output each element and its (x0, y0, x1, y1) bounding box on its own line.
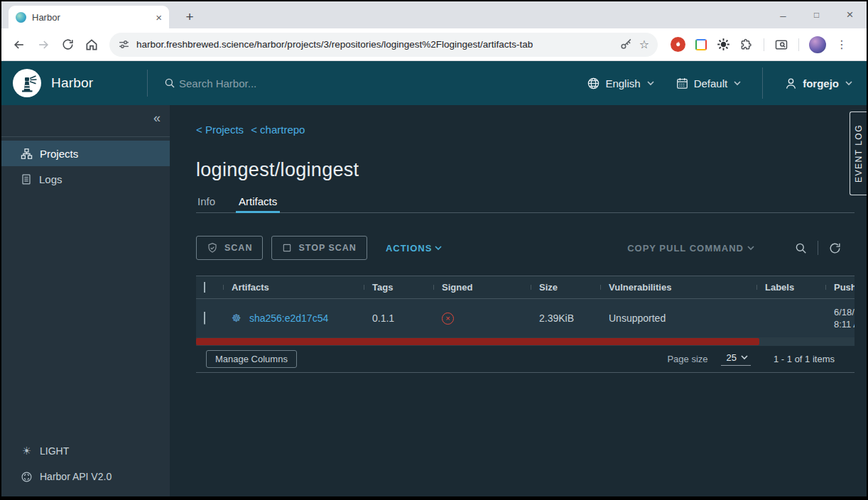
filter-search-icon[interactable] (794, 241, 808, 255)
artifact-tag: 0.1.1 (364, 312, 433, 324)
breadcrumb-projects[interactable]: < Projects (196, 124, 244, 136)
artifact-actionbar: SCAN STOP SCAN ACTIONS COPY PULL COMMAND (196, 236, 855, 260)
bookmark-star-icon[interactable]: ☆ (639, 38, 649, 51)
tab-title: Harbor (32, 12, 150, 23)
sidebar-collapse-icon[interactable]: « (153, 111, 161, 126)
scan-button[interactable]: SCAN (196, 236, 263, 260)
copy-pull-command-dropdown[interactable]: COPY PULL COMMAND (627, 243, 754, 254)
calendar-icon (676, 77, 689, 90)
url-text[interactable]: harbor.freshbrewed.science/harbor/projec… (136, 39, 613, 50)
chevron-down-icon (647, 81, 654, 86)
event-log-tab[interactable]: EVENT LOG (850, 112, 867, 195)
forward-icon[interactable] (31, 33, 55, 57)
search-input[interactable] (179, 77, 392, 89)
manage-columns-button[interactable]: Manage Columns (206, 350, 297, 368)
window-controls: – □ × (766, 1, 867, 28)
col-size: Size (531, 282, 600, 293)
api-swagger-icon (21, 471, 33, 483)
maximize-button[interactable]: □ (800, 10, 833, 20)
refresh-icon[interactable] (828, 241, 842, 255)
brand-title: Harbor (51, 75, 93, 91)
table-row: ☸ sha256:e2d17c54 0.1.1 × 2.39KiB Unsupp… (196, 299, 855, 337)
search-icon (163, 77, 176, 89)
actionbar-divider (818, 241, 818, 255)
back-icon[interactable] (7, 33, 31, 57)
toolbar-extensions: ⋮ (671, 36, 847, 53)
minimize-button[interactable]: – (766, 9, 800, 21)
home-icon[interactable] (80, 33, 104, 57)
profile-avatar[interactable] (809, 36, 826, 53)
artifact-vulnerabilities: Unsupported (600, 312, 756, 324)
sidebar-item-logs[interactable]: Logs (1, 166, 170, 192)
settings-gear-extension-icon[interactable] (717, 38, 730, 51)
language-menu[interactable]: English (587, 77, 653, 90)
stop-square-icon (282, 243, 292, 253)
stop-scan-button[interactable]: STOP SCAN (271, 236, 367, 260)
harbor-api-link[interactable]: Harbor API V2.0 (1, 464, 170, 489)
sun-icon: ☀ (21, 445, 33, 457)
sidebar-divider (1, 136, 170, 137)
extensions-puzzle-icon[interactable] (740, 38, 754, 51)
artifact-size: 2.39KiB (531, 312, 600, 324)
col-artifacts: Artifacts (223, 282, 364, 293)
main-content: EVENT LOG < Projects < chartrepo loginge… (170, 105, 867, 496)
chevron-down-icon (845, 81, 852, 86)
close-button[interactable]: × (833, 8, 867, 22)
tab-close-icon[interactable]: × (156, 11, 162, 23)
helm-chart-icon: ☸ (232, 312, 241, 324)
page-size-label: Page size (667, 354, 707, 364)
site-settings-icon[interactable] (118, 38, 130, 50)
artifacts-table: Artifacts Tags Signed Size Vulnerabiliti… (196, 276, 855, 373)
col-vulnerabilities: Vulnerabilities (600, 282, 756, 293)
user-icon (784, 77, 798, 90)
user-menu[interactable]: forgejo (784, 77, 852, 90)
harbor-favicon-icon (16, 12, 26, 23)
tab-artifacts[interactable]: Artifacts (237, 195, 278, 212)
logs-icon (21, 173, 32, 185)
browser-window: Harbor × + – □ × harbor.freshbrewed.scie… (1, 1, 867, 496)
search-tabs-icon[interactable] (774, 38, 788, 52)
items-count: 1 - 1 of 1 items (774, 354, 835, 364)
browser-tab[interactable]: Harbor × (9, 6, 169, 28)
reload-icon[interactable] (55, 33, 80, 57)
select-all-checkbox[interactable] (204, 282, 205, 293)
page-size-select[interactable]: 25 (721, 352, 751, 366)
table-header-row: Artifacts Tags Signed Size Vulnerabiliti… (196, 276, 855, 299)
password-key-icon[interactable] (619, 38, 633, 51)
chevron-down-icon (734, 81, 741, 86)
screenshot-extension-icon[interactable] (695, 39, 707, 50)
tab-info[interactable]: Info (196, 195, 217, 212)
row-checkbox[interactable] (204, 312, 205, 325)
col-tags: Tags (364, 282, 433, 293)
projects-icon (21, 148, 33, 160)
url-bar[interactable]: harbor.freshbrewed.science/harbor/projec… (109, 33, 658, 57)
col-labels: Labels (756, 282, 825, 293)
table-footer: Manage Columns Page size 25 1 - 1 of 1 i… (196, 346, 855, 373)
not-signed-icon: × (442, 312, 454, 325)
adblock-extension-icon[interactable] (671, 37, 685, 52)
new-tab-button[interactable]: + (180, 8, 199, 26)
header-right: English Default forgejo (587, 67, 867, 99)
scrollbar-thumb[interactable] (196, 338, 759, 345)
brand-zone: Harbor (1, 68, 147, 98)
chevron-down-icon (741, 355, 748, 360)
theme-menu[interactable]: Default (676, 77, 742, 90)
toolbar-divider (798, 38, 799, 51)
page-title: logingest/logingest (196, 159, 855, 181)
header-divider (762, 67, 763, 99)
header-divider (147, 70, 148, 97)
theme-toggle-light[interactable]: ☀ LIGHT (1, 438, 170, 464)
col-push: Push (825, 282, 855, 293)
sidebar: « Projects Logs ☀ LIGHT Harbor API V2.0 (1, 105, 170, 496)
breadcrumb-chartrepo[interactable]: < chartrepo (251, 124, 305, 136)
sidebar-item-projects[interactable]: Projects (1, 141, 170, 166)
breadcrumb: < Projects < chartrepo (196, 124, 855, 136)
horizontal-scrollbar[interactable] (196, 337, 855, 346)
browser-toolbar: harbor.freshbrewed.science/harbor/projec… (1, 28, 867, 61)
global-search[interactable] (163, 77, 587, 89)
actions-dropdown[interactable]: ACTIONS (386, 243, 443, 254)
globe-icon (587, 77, 600, 90)
artifact-digest-link[interactable]: sha256:e2d17c54 (249, 312, 328, 324)
repo-tabs: Info Artifacts (196, 195, 855, 213)
chrome-menu-icon[interactable]: ⋮ (836, 38, 847, 51)
